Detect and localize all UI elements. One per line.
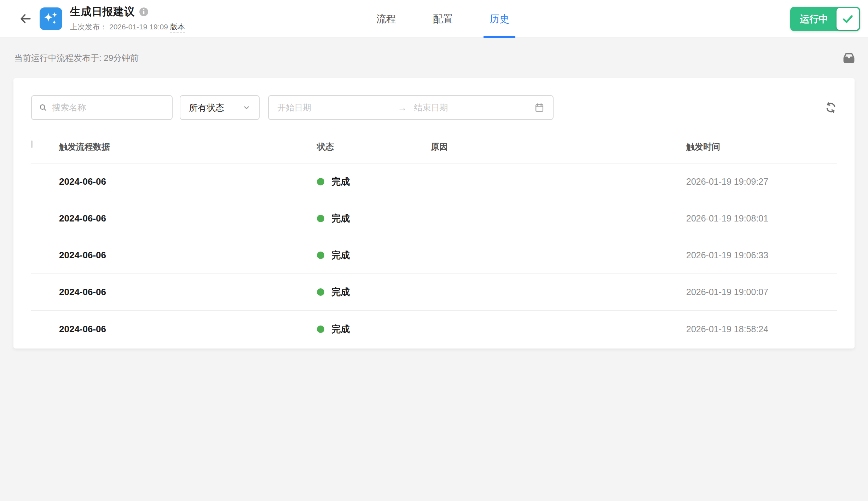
date-range-picker[interactable]: → [268, 95, 554, 120]
table-header-row: 触发流程数据 状态 原因 触发时间 [31, 141, 837, 163]
table-row[interactable]: 2024-06-06 完成 2026-01-19 19:06:33 [31, 237, 837, 274]
status-dot-icon [317, 326, 324, 333]
column-header-reason: 原因 [431, 141, 686, 152]
inbox-icon [843, 52, 855, 64]
tab-config[interactable]: 配置 [432, 0, 453, 38]
status-cell: 完成 [317, 212, 431, 225]
title-block: 生成日报建议 上次发布： 2026-01-19 19:09 版本 [70, 5, 185, 33]
status-text: 完成 [331, 323, 350, 335]
status-cell: 完成 [317, 175, 431, 188]
status-cell: 完成 [317, 286, 431, 298]
column-header-status: 状态 [317, 141, 431, 152]
start-date-input[interactable] [277, 103, 391, 113]
sparkles-icon [42, 10, 60, 28]
status-cell: 完成 [317, 249, 431, 261]
last-published-time: 2026-01-19 19:09 [109, 23, 168, 31]
refresh-icon [825, 102, 837, 114]
chevron-down-icon [243, 104, 250, 111]
header-tabs: 流程 配置 历史 [376, 0, 510, 38]
table-row[interactable]: 2024-06-06 完成 2026-01-19 19:09:27 [31, 163, 837, 200]
trigger-time-cell: 2026-01-19 19:06:33 [686, 250, 837, 260]
search-icon [39, 103, 47, 112]
check-icon [841, 13, 854, 25]
published-ago-text: 当前运行中流程发布于: 29分钟前 [14, 52, 139, 64]
table-row[interactable]: 2024-06-06 完成 2026-01-19 18:58:24 [31, 311, 837, 347]
workflow-app-icon [40, 7, 62, 30]
back-button[interactable] [17, 10, 34, 27]
status-text: 完成 [331, 286, 350, 298]
filter-bar: 所有状态 → [31, 78, 837, 120]
trigger-data-cell: 2024-06-06 [59, 213, 317, 224]
status-text: 完成 [331, 175, 350, 188]
running-toggle-label: 运行中 [790, 13, 837, 25]
last-published: 上次发布： 2026-01-19 19:09 版本 [70, 22, 185, 33]
table-row[interactable]: 2024-06-06 完成 2026-01-19 19:08:01 [31, 200, 837, 237]
calendar-icon [534, 103, 544, 113]
trigger-data-cell: 2024-06-06 [59, 176, 317, 187]
status-text: 完成 [331, 212, 350, 225]
trigger-data-cell: 2024-06-06 [59, 287, 317, 298]
history-table: 触发流程数据 状态 原因 触发时间 2024-06-06 完成 2026-01-… [31, 141, 837, 347]
status-select-value: 所有状态 [189, 102, 224, 114]
trigger-time-cell: 2026-01-19 19:08:01 [686, 213, 837, 224]
status-dot-icon [317, 178, 324, 185]
range-arrow-icon: → [398, 102, 407, 113]
table-body: 2024-06-06 完成 2026-01-19 19:09:27 2024-0… [31, 163, 837, 347]
table-row[interactable]: 2024-06-06 完成 2026-01-19 19:00:07 [31, 274, 837, 311]
info-icon[interactable] [139, 7, 149, 17]
trigger-data-cell: 2024-06-06 [59, 324, 317, 335]
status-text: 完成 [331, 249, 350, 261]
tab-history[interactable]: 历史 [489, 0, 510, 38]
page-title: 生成日报建议 [70, 5, 135, 19]
column-header-trigger-data: 触发流程数据 [59, 141, 317, 152]
trigger-time-cell: 2026-01-19 19:09:27 [686, 177, 837, 187]
arrow-left-icon [19, 12, 32, 25]
trigger-time-cell: 2026-01-19 18:58:24 [686, 324, 837, 334]
column-header-trigger-time: 触发时间 [686, 141, 837, 152]
running-toggle-knob[interactable] [837, 8, 859, 30]
trigger-data-cell: 2024-06-06 [59, 250, 317, 261]
trigger-time-cell: 2026-01-19 19:00:07 [686, 287, 837, 297]
app-header: 生成日报建议 上次发布： 2026-01-19 19:09 版本 流程 配置 历… [0, 0, 868, 38]
select-all-checkbox[interactable] [31, 140, 33, 148]
tab-flow[interactable]: 流程 [376, 0, 397, 38]
status-dot-icon [317, 288, 324, 296]
info-bar: 当前运行中流程发布于: 29分钟前 [0, 38, 868, 78]
version-link[interactable]: 版本 [170, 22, 185, 33]
running-toggle[interactable]: 运行中 [790, 7, 860, 31]
search-box[interactable] [31, 95, 173, 120]
status-dot-icon [317, 252, 324, 259]
history-card: 所有状态 → [13, 78, 855, 349]
last-published-label: 上次发布： [70, 22, 107, 32]
search-input[interactable] [52, 103, 165, 113]
refresh-button[interactable] [825, 102, 837, 114]
inbox-button[interactable] [843, 52, 855, 64]
end-date-input[interactable] [414, 103, 528, 113]
status-cell: 完成 [317, 323, 431, 335]
status-dot-icon [317, 215, 324, 222]
status-select[interactable]: 所有状态 [180, 95, 260, 120]
